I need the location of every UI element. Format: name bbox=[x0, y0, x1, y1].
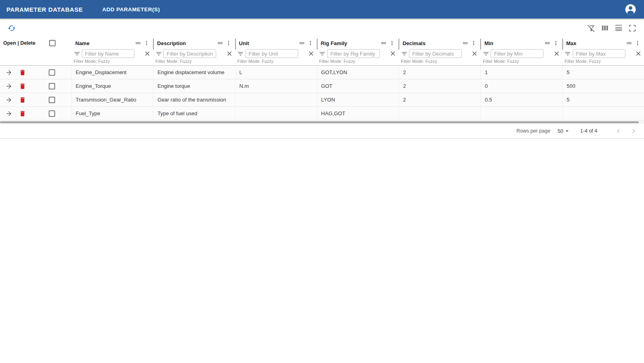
app-bar: PARAMETER DATABASE ADD PARAMETER(S) bbox=[0, 0, 644, 19]
clear-filter-button[interactable] bbox=[144, 50, 151, 57]
close-icon bbox=[471, 50, 478, 57]
row-checkbox[interactable] bbox=[49, 110, 55, 117]
delete-row-button[interactable] bbox=[19, 96, 26, 104]
delete-row-button[interactable] bbox=[19, 110, 26, 117]
table-row: Engine_Torque Engine torque N.m GOT 2 0 … bbox=[0, 79, 644, 93]
filter-icon[interactable] bbox=[154, 50, 163, 57]
cell-min: 0.5 bbox=[480, 93, 562, 106]
filter-input-rig-family[interactable] bbox=[327, 49, 380, 58]
clear-filter-button[interactable] bbox=[635, 50, 642, 57]
row-checkbox[interactable] bbox=[49, 83, 55, 89]
filter-mode-label: Filter Mode: Fuzzy bbox=[74, 59, 110, 64]
open-row-button[interactable] bbox=[5, 110, 12, 117]
cell-decimals: 2 bbox=[398, 66, 480, 79]
table-toolbar bbox=[0, 19, 644, 38]
filter-icon[interactable] bbox=[236, 50, 246, 57]
drag-handle-icon[interactable] bbox=[625, 39, 634, 47]
cell-decimals bbox=[398, 107, 480, 120]
chevron-right-icon bbox=[630, 127, 638, 135]
filter-input-max[interactable] bbox=[573, 49, 625, 58]
filter-input-unit[interactable] bbox=[246, 49, 298, 58]
show-hide-columns-button[interactable] bbox=[598, 21, 612, 35]
cell-decimals: 2 bbox=[398, 93, 480, 106]
filter-input-description[interactable] bbox=[163, 49, 216, 58]
clear-filter-button[interactable] bbox=[308, 50, 315, 57]
drag-handle-icon[interactable] bbox=[461, 39, 470, 47]
delete-row-button[interactable] bbox=[19, 69, 26, 76]
drag-handle-icon[interactable] bbox=[543, 39, 552, 47]
cell-unit: L bbox=[235, 66, 317, 79]
cell-max: 500 bbox=[562, 79, 644, 93]
filter-mode-label: Filter Mode: Fuzzy bbox=[565, 59, 601, 64]
cell-max: 5 bbox=[562, 93, 644, 106]
filter-icon[interactable] bbox=[563, 50, 573, 57]
column-header-min: Min Filter M bbox=[480, 38, 562, 65]
cell-rig-family: LYON bbox=[317, 93, 398, 106]
filter-input-min[interactable] bbox=[491, 49, 543, 58]
filter-icon[interactable] bbox=[399, 50, 409, 57]
kebab-icon bbox=[307, 40, 314, 46]
drag-handle-icon[interactable] bbox=[379, 39, 388, 47]
open-row-button[interactable] bbox=[5, 83, 12, 90]
row-checkbox[interactable] bbox=[49, 69, 55, 76]
drag-handle-icon[interactable] bbox=[134, 39, 142, 47]
prev-page-button[interactable] bbox=[613, 125, 624, 137]
fullscreen-button[interactable] bbox=[625, 21, 639, 35]
cell-min: 0 bbox=[480, 79, 562, 93]
table-header: Open | Delete Name bbox=[0, 38, 644, 66]
clear-filter-button[interactable] bbox=[471, 50, 478, 57]
column-header-rig-family: Rig Family F bbox=[317, 38, 398, 65]
cell-max bbox=[562, 107, 644, 120]
refresh-button[interactable] bbox=[5, 21, 19, 35]
close-icon bbox=[308, 50, 315, 57]
column-header-decimals: Decimals Fil bbox=[398, 38, 480, 65]
open-row-button[interactable] bbox=[5, 69, 12, 76]
column-menu-button[interactable] bbox=[225, 40, 233, 46]
kebab-icon bbox=[225, 40, 232, 46]
nav-add-parameters[interactable]: ADD PARAMETER(S) bbox=[102, 6, 160, 12]
drag-handle-icon[interactable] bbox=[216, 39, 225, 47]
kebab-icon bbox=[553, 40, 559, 46]
delete-row-button[interactable] bbox=[19, 83, 26, 90]
clear-filter-button[interactable] bbox=[553, 50, 560, 57]
density-button[interactable] bbox=[612, 21, 625, 35]
filter-icon[interactable] bbox=[318, 50, 327, 57]
row-checkbox[interactable] bbox=[49, 97, 55, 103]
cell-rig-family: GOT bbox=[317, 79, 398, 93]
column-menu-button[interactable] bbox=[634, 40, 642, 46]
cell-description: Gear ratio of the transmission bbox=[153, 93, 235, 106]
select-all-checkbox[interactable] bbox=[49, 40, 56, 46]
column-menu-button[interactable] bbox=[552, 40, 560, 46]
cell-decimals: 2 bbox=[398, 79, 480, 93]
density-icon bbox=[614, 24, 623, 33]
actions-header-cell: Open | Delete bbox=[0, 38, 71, 65]
filter-input-name[interactable] bbox=[82, 49, 134, 58]
cell-name: Fuel_Type bbox=[71, 107, 153, 120]
horizontal-scrollbar-thumb[interactable] bbox=[0, 121, 639, 123]
open-row-button[interactable] bbox=[5, 96, 12, 104]
next-page-button[interactable] bbox=[628, 125, 639, 137]
cell-description: Type of fuel used bbox=[153, 107, 235, 120]
drag-handle-icon[interactable] bbox=[297, 39, 306, 47]
clear-filters-button[interactable] bbox=[584, 21, 598, 35]
column-menu-button[interactable] bbox=[470, 40, 478, 46]
cell-name: Transmission_Gear_Ratio bbox=[71, 93, 153, 106]
filter-icon[interactable] bbox=[481, 50, 491, 57]
cell-unit: N.m bbox=[235, 79, 317, 93]
trash-icon bbox=[19, 69, 26, 76]
filter-mode-label: Filter Mode: Fuzzy bbox=[401, 59, 437, 64]
rows-per-page-label: Rows per page bbox=[516, 128, 550, 134]
column-menu-button[interactable] bbox=[142, 40, 151, 46]
filter-input-decimals[interactable] bbox=[409, 49, 462, 58]
account-button[interactable] bbox=[623, 2, 638, 17]
column-menu-button[interactable] bbox=[388, 40, 396, 46]
cell-rig-family: HAG,GOT bbox=[317, 107, 398, 120]
rows-per-page-select[interactable]: 50 bbox=[557, 127, 570, 135]
clear-filter-button[interactable] bbox=[389, 50, 396, 57]
column-menu-button[interactable] bbox=[306, 40, 314, 46]
filter-icon[interactable] bbox=[72, 50, 82, 57]
kebab-icon bbox=[471, 40, 477, 46]
column-header-name: Name Filter bbox=[71, 38, 153, 65]
clear-filter-button[interactable] bbox=[226, 50, 233, 57]
account-circle-icon bbox=[624, 3, 637, 16]
